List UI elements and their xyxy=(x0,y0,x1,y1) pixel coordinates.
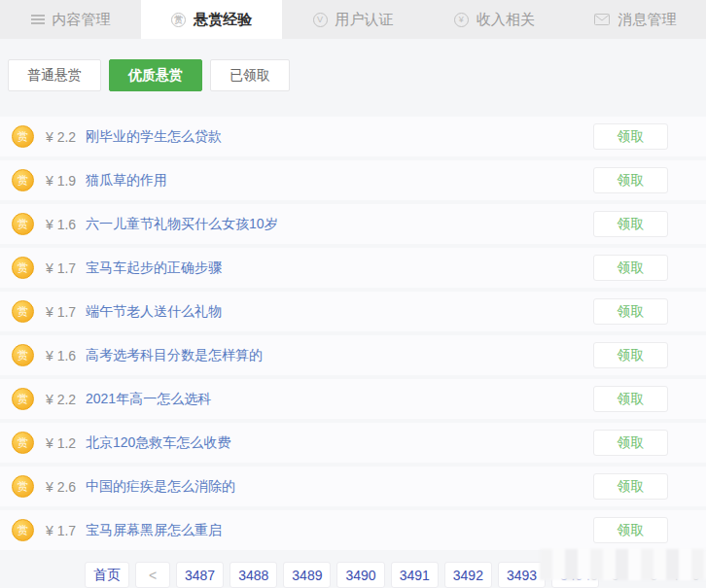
bounty-title-link[interactable]: 刚毕业的学生怎么贷款 xyxy=(86,128,222,146)
coin-icon: 赏 xyxy=(12,475,34,498)
list-item: 赏 ¥ 1.7 宝马屏幕黑屏怎么重启 领取 xyxy=(0,510,706,550)
pagination-page-button[interactable]: 3487 xyxy=(176,562,224,588)
claim-button[interactable]: 领取 xyxy=(593,517,668,543)
bounty-price: ¥ 2.2 xyxy=(46,129,86,145)
bounty-list: 赏 ¥ 2.2 刚毕业的学生怎么贷款 领取 赏 ¥ 1.9 猫瓜草的作用 领取 … xyxy=(0,117,706,550)
list-item: 赏 ¥ 1.6 六一儿童节礼物买什么女孩10岁 领取 xyxy=(0,204,706,244)
bounty-price: ¥ 1.6 xyxy=(46,217,86,232)
tab-label: 消息管理 xyxy=(618,11,676,29)
claim-button[interactable]: 领取 xyxy=(593,430,668,456)
reward-coin-icon: 赏 xyxy=(171,13,186,27)
tab-income[interactable]: ¥ 收入相关 xyxy=(424,0,565,39)
list-item: 赏 ¥ 2.2 刚毕业的学生怎么贷款 领取 xyxy=(0,117,706,156)
bounty-price: ¥ 1.7 xyxy=(46,523,86,538)
income-icon: ¥ xyxy=(454,13,469,27)
redaction-blur xyxy=(540,549,706,580)
claim-button[interactable]: 领取 xyxy=(593,211,668,237)
claim-button[interactable]: 领取 xyxy=(593,473,668,500)
bounty-price: ¥ 1.2 xyxy=(46,435,86,451)
tab-label: 收入相关 xyxy=(477,11,535,29)
filter-bar: 普通悬赏 优质悬赏 已领取 xyxy=(8,59,706,91)
tab-label: 用户认证 xyxy=(335,11,394,29)
tab-label: 悬赏经验 xyxy=(194,11,252,29)
pagination-page-button[interactable]: 3489 xyxy=(283,562,331,588)
coin-icon: 赏 xyxy=(12,257,34,279)
coin-icon: 赏 xyxy=(12,125,34,148)
bounty-title-link[interactable]: 高考选考科目分数是怎样算的 xyxy=(86,347,263,364)
bounty-title-link[interactable]: 宝马屏幕黑屏怎么重启 xyxy=(86,522,222,539)
mail-icon xyxy=(594,14,610,25)
coin-icon: 赏 xyxy=(12,213,34,235)
list-item: 赏 ¥ 1.7 宝马车起步的正确步骤 领取 xyxy=(0,248,706,288)
claim-button[interactable]: 领取 xyxy=(593,123,668,150)
bounty-title-link[interactable]: 北京120急救车怎么收费 xyxy=(86,434,230,452)
bounty-price: ¥ 1.7 xyxy=(46,260,86,276)
list-item: 赏 ¥ 1.6 高考选考科目分数是怎样算的 领取 xyxy=(0,335,706,375)
pagination-page-button[interactable]: 3491 xyxy=(391,562,439,588)
list-item: 赏 ¥ 1.2 北京120急救车怎么收费 领取 xyxy=(0,423,706,463)
tab-message-management[interactable]: 消息管理 xyxy=(565,0,706,39)
tab-user-verification[interactable]: V 用户认证 xyxy=(282,0,423,39)
pagination-prev-button[interactable]: < xyxy=(135,562,170,588)
list-item: 赏 ¥ 1.9 猫瓜草的作用 领取 xyxy=(0,160,706,200)
claim-button[interactable]: 领取 xyxy=(593,386,668,412)
bounty-price: ¥ 1.6 xyxy=(46,348,86,363)
coin-icon: 赏 xyxy=(12,432,34,454)
bounty-title-link[interactable]: 中国的疟疾是怎么消除的 xyxy=(86,478,235,496)
bounty-title-link[interactable]: 宝马车起步的正确步骤 xyxy=(86,259,222,277)
bounty-price: ¥ 2.6 xyxy=(46,479,86,495)
coin-icon: 赏 xyxy=(12,169,34,191)
list-icon xyxy=(31,15,45,24)
bounty-app: 内容管理 赏 悬赏经验 V 用户认证 ¥ 收入相关 消息管理 普通悬赏 优质悬赏 xyxy=(0,0,706,588)
claim-button[interactable]: 领取 xyxy=(593,342,668,368)
coin-icon: 赏 xyxy=(12,344,34,366)
filter-normal-bounty[interactable]: 普通悬赏 xyxy=(8,59,101,91)
claim-button[interactable]: 领取 xyxy=(593,298,668,325)
tab-content-management[interactable]: 内容管理 xyxy=(0,0,141,39)
bounty-title-link[interactable]: 猫瓜草的作用 xyxy=(86,172,167,190)
pagination-page-button[interactable]: 3488 xyxy=(229,562,277,588)
claim-button[interactable]: 领取 xyxy=(593,255,668,281)
filter-quality-bounty[interactable]: 优质悬赏 xyxy=(109,59,202,91)
pagination-page-button[interactable]: 3490 xyxy=(336,562,384,588)
coin-icon: 赏 xyxy=(12,300,34,323)
filter-claimed[interactable]: 已领取 xyxy=(210,59,290,91)
bounty-title-link[interactable]: 端午节老人送什么礼物 xyxy=(86,303,222,321)
coin-icon: 赏 xyxy=(12,388,34,410)
list-item: 赏 ¥ 1.7 端午节老人送什么礼物 领取 xyxy=(0,292,706,331)
list-item: 赏 ¥ 2.2 2021年高一怎么选科 领取 xyxy=(0,379,706,419)
bounty-price: ¥ 1.9 xyxy=(46,173,86,189)
verified-icon: V xyxy=(313,13,328,27)
claim-button[interactable]: 领取 xyxy=(593,167,668,193)
bounty-title-link[interactable]: 2021年高一怎么选科 xyxy=(86,391,211,408)
tab-bounty-experience[interactable]: 赏 悬赏经验 xyxy=(141,0,282,39)
pagination-page-button[interactable]: 3493 xyxy=(498,562,546,588)
tab-label: 内容管理 xyxy=(53,11,111,29)
pagination: 首页 < 3487 3488 3489 3490 3491 3492 3493 … xyxy=(85,562,706,588)
pagination-first-button[interactable]: 首页 xyxy=(85,562,129,588)
list-item: 赏 ¥ 2.6 中国的疟疾是怎么消除的 领取 xyxy=(0,467,706,506)
top-tab-bar: 内容管理 赏 悬赏经验 V 用户认证 ¥ 收入相关 消息管理 xyxy=(0,0,706,39)
coin-icon: 赏 xyxy=(12,519,34,541)
bounty-price: ¥ 1.7 xyxy=(46,304,86,320)
bounty-title-link[interactable]: 六一儿童节礼物买什么女孩10岁 xyxy=(86,216,278,233)
pagination-page-button[interactable]: 3492 xyxy=(444,562,492,588)
bounty-price: ¥ 2.2 xyxy=(46,392,86,407)
